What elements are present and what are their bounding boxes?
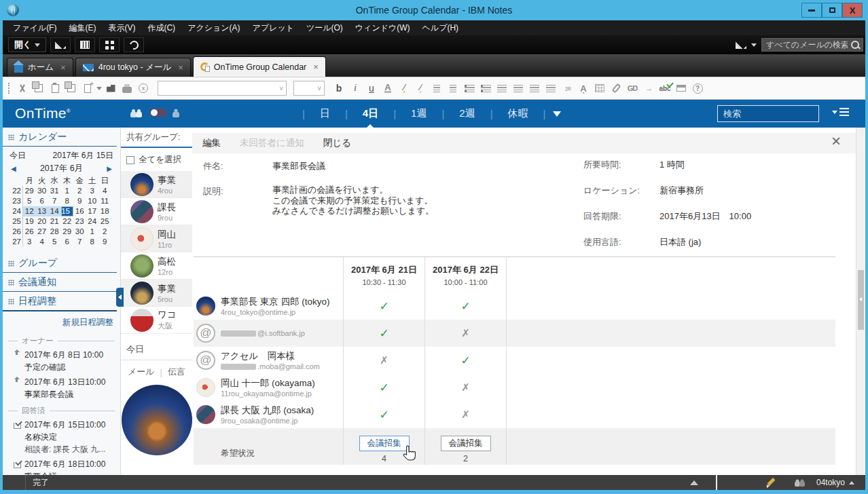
view-mode-switcher[interactable] <box>130 108 179 117</box>
group-view-icon[interactable] <box>130 108 144 117</box>
align-center-icon[interactable] <box>494 81 509 96</box>
highlight2-icon[interactable]: ∕ <box>413 81 428 96</box>
cal-day[interactable]: 2 <box>73 186 86 196</box>
cal-day[interactable]: 5 <box>23 196 36 206</box>
cal-day[interactable]: 27 <box>36 227 49 237</box>
availability-mark[interactable]: ✓ <box>379 381 388 395</box>
cal-day[interactable]: 30 <box>36 186 49 196</box>
align-left-icon[interactable] <box>527 81 542 96</box>
collapse-panel-arrow[interactable] <box>116 288 124 307</box>
nav-2week[interactable]: 2週 <box>445 107 489 120</box>
paste-special-icon[interactable] <box>64 81 79 96</box>
schedule-item[interactable]: 2017年 6月 8日 10:00 予定の確認 <box>3 348 120 375</box>
cal-day[interactable]: 6 <box>36 196 49 206</box>
group-member-row[interactable]: 事業 4rou <box>121 171 192 198</box>
edit-mode-icon[interactable] <box>766 478 776 487</box>
cal-day[interactable]: 19 <box>23 216 36 227</box>
availability-mark[interactable]: ✗ <box>380 354 388 366</box>
availability-mark[interactable]: ✓ <box>460 354 470 368</box>
view-toggle[interactable] <box>149 109 167 117</box>
cut-icon[interactable] <box>15 81 30 96</box>
availability-mark[interactable]: ✗ <box>461 327 470 339</box>
link-icon[interactable]: GD <box>625 81 640 96</box>
status-up-arrow-icon[interactable] <box>690 480 698 485</box>
cal-day[interactable]: 30 <box>73 227 86 237</box>
date-option-column[interactable]: 2017年 6月 21日 10:30 - 11:30 <box>343 257 424 292</box>
menu-item[interactable]: アプレット <box>247 22 300 34</box>
cal-day[interactable]: 12 <box>23 206 36 216</box>
prev-month-icon[interactable]: ◀ <box>11 165 16 172</box>
cal-day[interactable]: 9 <box>73 196 86 206</box>
nav-4day[interactable]: 4日 <box>348 107 393 120</box>
availability-mark[interactable]: ✓ <box>379 299 388 314</box>
search-icon[interactable] <box>850 40 860 50</box>
group-member-row[interactable]: 事業 5rou <box>121 280 192 307</box>
cal-day[interactable]: 15 <box>61 206 74 216</box>
close-tab-icon[interactable]: × <box>313 62 319 72</box>
align-right-icon[interactable] <box>543 81 558 96</box>
menu-item[interactable]: ヘルプ(H) <box>416 22 465 34</box>
menu-item[interactable]: ファイル(F) <box>7 22 62 34</box>
cal-day[interactable]: 16 <box>73 206 86 216</box>
nav-more-icon[interactable] <box>553 111 561 117</box>
cal-day[interactable]: 1 <box>61 186 74 196</box>
cal-day[interactable]: 21 <box>48 216 61 227</box>
cal-day[interactable]: 24 <box>86 216 99 227</box>
edit-action[interactable]: 編集 <box>202 137 221 149</box>
security-people-icon[interactable] <box>795 478 807 487</box>
cal-day[interactable]: 22 <box>61 216 74 227</box>
menu-item[interactable]: ウィンドウ(W) <box>349 22 416 34</box>
open-button[interactable]: 開く <box>8 37 46 52</box>
cal-day[interactable]: 1 <box>86 227 99 237</box>
cal-day[interactable]: 29 <box>61 227 74 237</box>
cal-day[interactable]: 10 <box>86 196 99 206</box>
cal-day[interactable]: 2 <box>98 227 111 237</box>
cal-day[interactable]: 4 <box>36 237 49 247</box>
tab-message-link[interactable]: 伝言 <box>168 366 185 378</box>
tab-mail[interactable]: 4rou tokyo - メール× <box>75 58 191 77</box>
schedule-item[interactable]: 2017年 6月 18日10:00 重要会議 <box>3 457 120 475</box>
availability-mark[interactable]: ✓ <box>379 326 388 341</box>
cal-day[interactable]: 8 <box>86 237 99 247</box>
nav-vacation[interactable]: 休暇 <box>494 107 543 120</box>
print-icon[interactable] <box>120 81 134 96</box>
sidebar-section-calendar[interactable]: カレンダー <box>3 128 117 147</box>
sidebar-section-group[interactable]: グループ <box>3 254 117 273</box>
table-icon[interactable] <box>592 81 607 96</box>
select-all-row[interactable]: 全てを選択 <box>121 148 192 171</box>
menu-item[interactable]: 作成(C) <box>141 22 181 34</box>
menu-item[interactable]: アクション(A) <box>181 22 246 34</box>
mail-search-input[interactable] <box>761 38 863 52</box>
ontime-menu-icon[interactable] <box>832 108 849 117</box>
select-all-checkbox[interactable] <box>126 156 134 164</box>
cal-day[interactable]: 14 <box>48 206 61 216</box>
indent-icon[interactable] <box>429 81 444 96</box>
cal-day[interactable]: 28 <box>48 227 61 237</box>
cal-day[interactable]: 4 <box>98 186 111 196</box>
cal-day[interactable]: 18 <box>98 206 111 216</box>
cal-day[interactable]: 7 <box>48 196 61 206</box>
notify-unanswered-action[interactable]: 未回答者に通知 <box>240 137 304 149</box>
toolbar-grip[interactable] <box>8 83 11 94</box>
next-month-icon[interactable]: ▶ <box>107 165 112 172</box>
availability-mark[interactable]: ✓ <box>379 408 388 422</box>
cal-day[interactable]: 8 <box>61 196 74 206</box>
availability-mark[interactable]: ✓ <box>460 299 470 314</box>
date-option-column[interactable]: 2017年 6月 22日 10:00 - 11:00 <box>424 257 506 292</box>
insert-section-icon[interactable]: → <box>641 81 656 96</box>
font-size-select[interactable]: ˅ <box>293 81 325 96</box>
apps-grid-icon[interactable] <box>99 37 120 52</box>
dialog-close-icon[interactable]: × <box>831 134 841 148</box>
group-member-row[interactable]: 高松 12ro <box>121 252 192 280</box>
underline-icon[interactable]: u <box>364 81 379 96</box>
sidebar-section-schedule-adjust[interactable]: 日程調整 <box>3 292 117 311</box>
group-member-row[interactable]: 課長 9rou <box>121 198 192 225</box>
cal-day[interactable]: 3 <box>86 186 99 196</box>
close-tab-icon[interactable]: × <box>178 62 183 73</box>
font-family-select[interactable]: ˅ <box>158 81 287 96</box>
ontime-search-input[interactable] <box>717 105 819 122</box>
italic-icon[interactable]: i <box>348 81 363 96</box>
stop-icon[interactable]: x <box>136 81 151 96</box>
today-row[interactable]: 今日2017年 6月 15日 <box>3 147 120 162</box>
numbered-list-icon[interactable] <box>478 81 493 96</box>
